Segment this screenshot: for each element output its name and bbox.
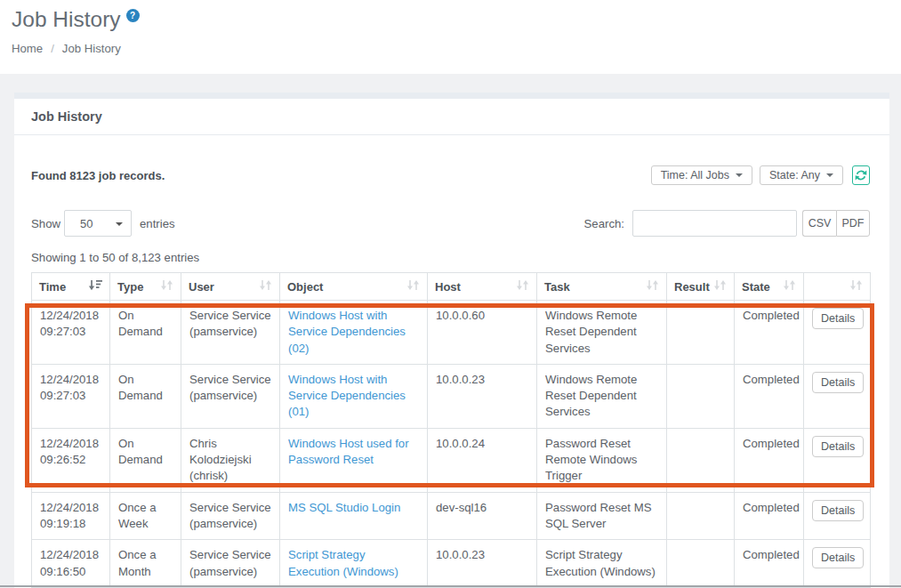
cell-task: Script Strategy Execution (Windows) — [537, 540, 667, 588]
column-header-state[interactable]: State — [735, 273, 804, 301]
column-label: Object — [287, 280, 323, 294]
cell-host: dev-sql16 — [428, 492, 537, 540]
object-link[interactable]: Windows Host with Service Dependencies (… — [288, 308, 418, 357]
job-history-panel: Job History Found 8123 job records. Time… — [14, 93, 889, 588]
cell-result — [667, 540, 735, 588]
cell-time: 12/24/2018 09:26:52 — [32, 428, 110, 492]
cell-type: Once a Week — [110, 492, 181, 540]
cell-task: Password Reset Remote Windows Trigger — [537, 428, 667, 492]
cell-user: Chris Kolodziejski (chrisk) — [181, 428, 280, 492]
column-header-user[interactable]: User — [181, 273, 280, 301]
page-size-value: 50 — [80, 217, 93, 230]
column-header-object[interactable]: Object — [280, 273, 428, 301]
object-link[interactable]: Windows Host used for Password Reset — [288, 436, 418, 469]
sort-desc-icon — [88, 279, 102, 294]
column-header-time[interactable]: Time — [32, 273, 110, 301]
column-header-result[interactable]: Result — [667, 273, 735, 301]
state-filter-dropdown[interactable]: State: Any — [760, 165, 843, 185]
object-link[interactable]: MS SQL Studio Login — [288, 500, 400, 516]
cell-host: 10.0.0.23 — [428, 364, 537, 428]
cell-result — [667, 364, 735, 428]
export-pdf-button[interactable]: PDF — [836, 210, 870, 237]
cell-time: 12/24/2018 09:27:03 — [32, 301, 110, 365]
refresh-button[interactable] — [852, 165, 870, 185]
search-input[interactable] — [632, 210, 797, 237]
panel-heading: Job History — [14, 99, 889, 135]
breadcrumb: Home/Job History — [12, 42, 901, 55]
column-label: Result — [674, 280, 710, 294]
refresh-icon — [855, 169, 867, 181]
cell-state: Completed — [735, 364, 804, 428]
help-icon[interactable]: ? — [126, 9, 140, 22]
details-button[interactable]: Details — [812, 372, 864, 393]
details-button[interactable]: Details — [812, 308, 864, 329]
details-button[interactable]: Details — [812, 547, 864, 568]
column-header-task[interactable]: Task — [537, 273, 667, 301]
cell-task: Windows Remote Reset Dependent Services — [537, 301, 667, 365]
sort-icon — [259, 279, 272, 294]
page-size-select[interactable]: 50 — [64, 210, 132, 237]
sort-icon — [849, 279, 863, 294]
column-header-host[interactable]: Host — [428, 273, 537, 301]
cell-details: Details — [804, 301, 871, 365]
column-header-type[interactable]: Type — [110, 273, 181, 301]
page: Job History? Home/Job History Job Histor… — [0, 0, 901, 74]
cell-state: Completed — [735, 428, 804, 492]
cell-time: 12/24/2018 09:27:03 — [32, 364, 110, 428]
search-label: Search: — [584, 217, 624, 230]
sort-icon — [646, 279, 659, 294]
cell-details: Details — [804, 428, 871, 492]
cell-time: 12/24/2018 09:16:50 — [32, 540, 110, 588]
job-history-table: TimeTypeUserObjectHostTaskResultState 12… — [31, 272, 871, 588]
cell-user: Service Service (pamservice) — [181, 301, 280, 365]
cell-details: Details — [804, 492, 871, 540]
table-header-row: TimeTypeUserObjectHostTaskResultState — [32, 273, 871, 301]
object-link[interactable]: Script Strategy Execution (Windows) — [288, 547, 418, 580]
column-label: Host — [435, 280, 461, 294]
table-row: 12/24/2018 09:16:50Once a MonthService S… — [32, 540, 871, 588]
cell-object: Script Strategy Execution (Windows) — [280, 540, 428, 588]
cell-host: 10.0.0.60 — [428, 301, 537, 365]
breadcrumb-home[interactable]: Home — [12, 42, 43, 55]
cell-object: MS SQL Studio Login — [280, 492, 428, 540]
cell-type: On Demand — [110, 364, 181, 428]
entries-label: entries — [140, 217, 175, 230]
time-filter-label: Time: All Jobs — [661, 169, 729, 181]
sort-icon — [713, 279, 727, 294]
breadcrumb-separator: / — [51, 42, 54, 55]
cell-time: 12/24/2018 09:19:18 — [32, 492, 110, 540]
page-title-text: Job History — [12, 7, 121, 31]
column-label: Type — [117, 280, 143, 294]
table-row: 12/24/2018 09:19:18Once a WeekService Se… — [32, 492, 871, 540]
cell-state: Completed — [735, 540, 804, 588]
show-label: Show — [31, 217, 60, 230]
cell-user: Service Service (pamservice) — [181, 492, 280, 540]
caret-down-icon — [826, 173, 833, 177]
state-filter-label: State: Any — [769, 169, 820, 181]
cell-type: On Demand — [110, 301, 181, 365]
cell-type: On Demand — [110, 428, 181, 492]
page-title: Job History — [12, 7, 121, 32]
cell-result — [667, 301, 735, 365]
export-csv-button[interactable]: CSV — [802, 210, 836, 237]
sort-icon — [406, 279, 420, 294]
cell-task: Password Reset MS SQL Server — [537, 492, 667, 540]
cell-object: Windows Host used for Password Reset — [280, 428, 428, 492]
time-filter-dropdown[interactable]: Time: All Jobs — [651, 165, 752, 185]
table-row: 12/24/2018 09:27:03On DemandService Serv… — [32, 364, 871, 428]
caret-down-icon — [116, 222, 123, 226]
found-records-text: Found 8123 job records. — [31, 169, 165, 182]
showing-entries-text: Showing 1 to 50 of 8,123 entries — [31, 251, 870, 264]
cell-details: Details — [804, 540, 871, 588]
table-row: 12/24/2018 09:27:03On DemandService Serv… — [32, 301, 871, 365]
object-link[interactable]: Windows Host with Service Dependencies (… — [288, 372, 418, 421]
breadcrumb-current: Job History — [62, 42, 121, 55]
sort-icon — [516, 279, 529, 294]
caret-down-icon — [736, 173, 743, 177]
details-button[interactable]: Details — [812, 436, 864, 457]
cell-state: Completed — [735, 301, 804, 365]
cell-details: Details — [804, 364, 871, 428]
details-button[interactable]: Details — [812, 500, 864, 521]
column-label: User — [189, 280, 214, 294]
column-header-details[interactable] — [804, 273, 871, 301]
